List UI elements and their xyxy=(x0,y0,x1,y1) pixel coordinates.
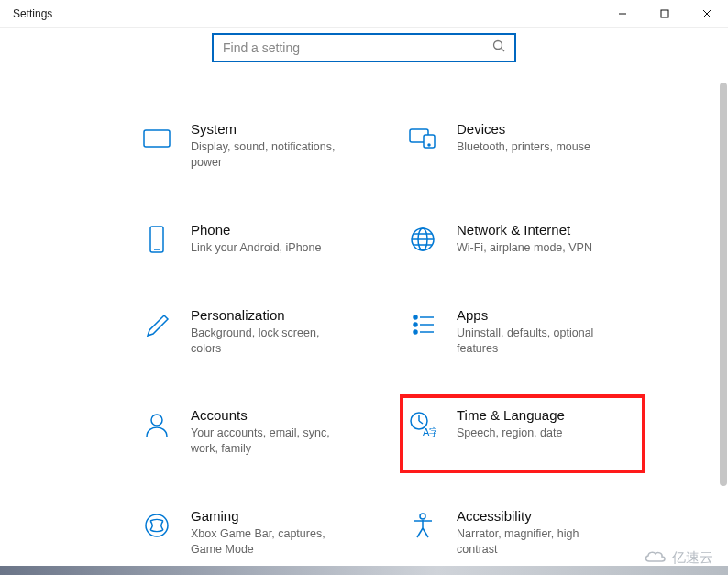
category-phone[interactable]: Phone Link your Android, iPhone xyxy=(138,218,376,260)
accounts-icon xyxy=(141,409,172,440)
category-title: Accounts xyxy=(191,407,347,423)
category-network[interactable]: Network & Internet Wi-Fi, airplane mode,… xyxy=(403,218,642,260)
footer-edge xyxy=(0,566,728,575)
minimize-icon xyxy=(618,9,627,18)
gaming-icon xyxy=(141,510,172,541)
phone-icon xyxy=(141,224,172,255)
svg-point-4 xyxy=(494,41,502,50)
category-accessibility[interactable]: Accessibility Narrator, magnifier, high … xyxy=(403,504,642,561)
category-title: Accessibility xyxy=(457,508,612,524)
category-desc: Background, lock screen, colors xyxy=(191,326,347,357)
category-time-language[interactable]: A字 Time & Language Speech, region, date xyxy=(400,394,645,473)
apps-icon xyxy=(407,309,438,340)
svg-point-17 xyxy=(414,315,417,319)
category-grid: System Display, sound, notifications, po… xyxy=(138,117,642,561)
svg-point-29 xyxy=(420,514,425,519)
category-desc: Display, sound, notifications, power xyxy=(191,139,347,171)
devices-icon xyxy=(407,123,438,154)
system-icon xyxy=(141,123,172,154)
window-title: Settings xyxy=(13,7,52,20)
titlebar: Settings xyxy=(0,0,728,28)
watermark: 亿速云 xyxy=(643,548,713,568)
category-desc: Bluetooth, printers, mouse xyxy=(457,139,590,155)
close-icon xyxy=(702,9,711,18)
svg-line-26 xyxy=(419,421,423,424)
category-desc: Speech, region, date xyxy=(457,426,565,441)
search-wrap xyxy=(0,33,728,62)
svg-rect-1 xyxy=(661,10,668,17)
svg-text:A字: A字 xyxy=(423,426,436,437)
scrollbar[interactable] xyxy=(720,83,727,486)
search-box[interactable] xyxy=(212,33,516,62)
search-icon xyxy=(492,39,505,56)
category-title: Network & Internet xyxy=(457,222,592,238)
category-accounts[interactable]: Accounts Your accounts, email, sync, wor… xyxy=(138,404,376,460)
category-title: Phone xyxy=(191,222,321,238)
category-desc: Link your Android, iPhone xyxy=(191,240,321,256)
search-input[interactable] xyxy=(223,40,480,55)
close-button[interactable] xyxy=(686,0,728,27)
svg-line-32 xyxy=(417,528,423,537)
category-title: Personalization xyxy=(191,307,347,323)
svg-point-19 xyxy=(414,323,417,326)
category-title: Devices xyxy=(457,121,590,137)
cloud-icon xyxy=(643,548,667,568)
category-apps[interactable]: Apps Uninstall, defaults, optional featu… xyxy=(403,304,642,360)
svg-point-9 xyxy=(428,144,430,146)
watermark-text: 亿速云 xyxy=(672,549,713,567)
svg-point-21 xyxy=(414,330,417,334)
category-desc: Xbox Game Bar, captures, Game Mode xyxy=(191,526,347,558)
personalization-icon xyxy=(141,309,172,340)
category-title: System xyxy=(191,121,347,137)
time-language-icon: A字 xyxy=(407,409,438,440)
category-devices[interactable]: Devices Bluetooth, printers, mouse xyxy=(403,117,642,174)
minimize-button[interactable] xyxy=(601,0,644,27)
category-desc: Narrator, magnifier, high contrast xyxy=(457,526,612,558)
window-buttons xyxy=(601,0,728,27)
svg-point-23 xyxy=(151,415,162,426)
category-title: Gaming xyxy=(191,508,347,524)
svg-line-33 xyxy=(423,528,428,537)
network-icon xyxy=(407,224,438,255)
category-desc: Your accounts, email, sync, work, family xyxy=(191,426,347,457)
category-gaming[interactable]: Gaming Xbox Game Bar, captures, Game Mod… xyxy=(138,504,376,561)
svg-line-5 xyxy=(502,49,505,52)
category-desc: Uninstall, defaults, optional features xyxy=(457,326,612,357)
content-area: System Display, sound, notifications, po… xyxy=(0,28,728,575)
category-personalization[interactable]: Personalization Background, lock screen,… xyxy=(138,304,376,360)
maximize-button[interactable] xyxy=(644,0,686,27)
category-title: Time & Language xyxy=(457,407,565,423)
svg-point-28 xyxy=(146,514,168,536)
category-desc: Wi-Fi, airplane mode, VPN xyxy=(457,240,592,256)
svg-rect-6 xyxy=(144,130,170,147)
category-system[interactable]: System Display, sound, notifications, po… xyxy=(138,117,376,174)
category-title: Apps xyxy=(457,307,612,323)
maximize-icon xyxy=(660,9,669,18)
accessibility-icon xyxy=(407,510,438,541)
svg-rect-10 xyxy=(150,227,163,252)
